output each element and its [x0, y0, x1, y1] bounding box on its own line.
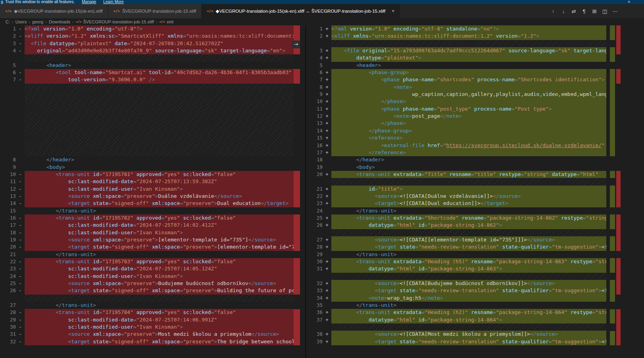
code-text[interactable]: <xliff version="1.2" xmlns:sc="SmartcatX… [25, 33, 294, 40]
code-line[interactable]: 13+ </phase> [306, 120, 606, 127]
open-file-icon[interactable]: ⊞ [590, 7, 599, 15]
code-line[interactable]: 10- <trans-unit id="17195781" approved="… [0, 171, 294, 178]
tab-close-icon[interactable]: × [392, 8, 394, 14]
code-text[interactable]: <file original="15-a703d00763a4dc7adf0cc… [331, 47, 606, 54]
breadcrumb-item[interactable]: C: [6, 19, 10, 24]
original-overview-ruler[interactable] [294, 25, 300, 358]
code-line[interactable]: 22- <trans-unit id="17195783" approved="… [0, 258, 294, 265]
code-text[interactable]: original="ad43d00e9e82b3f74e80fa70_9" so… [25, 47, 294, 54]
code-line[interactable]: 5 <header> [306, 62, 606, 69]
breadcrumb-item[interactable]: georg [32, 19, 43, 24]
code-text[interactable]: <tool tool-name="Smartcat.ai" tool-id="4… [25, 69, 294, 76]
code-line[interactable]: 27 </trans-unit> [0, 302, 294, 309]
code-text[interactable]: <trans-unit extradata="Heading (h2)" res… [331, 309, 606, 316]
code-text[interactable]: wp_caption,caption,gallery,playlist,audi… [331, 91, 606, 98]
code-line[interactable]: 38+ <source><![CDATA[Most medzi školou a… [306, 331, 606, 338]
learn-more-link[interactable]: Learn More [103, 0, 123, 4]
breadcrumb-item[interactable]: Users [15, 19, 27, 24]
code-text[interactable]: </phase> [331, 98, 606, 105]
code-text[interactable]: sc:last-modified-date="2024-07-25T07:14:… [25, 265, 294, 272]
tab-2[interactable]: </>ŠVECGROUP-translation-job-15.xliff [108, 4, 202, 18]
code-line[interactable]: 3+ <file original="15-a703d00763a4dc7adf… [306, 47, 606, 54]
code-text[interactable]: <source xml:space="preserve">Most medzi … [25, 331, 294, 338]
code-line[interactable]: 9 <body> [0, 164, 294, 171]
code-text[interactable]: <phase phase-name="post_type" process-na… [331, 105, 606, 113]
code-text[interactable]: <target state="signed-off" xml:space="pr… [25, 200, 294, 207]
code-text[interactable]: sc:last-modified-date="2024-07-25T07:14:… [25, 222, 294, 229]
code-line[interactable]: 11- sc:last-modified-date="2024-07-25T07… [0, 178, 294, 185]
code-text[interactable]: datatype="html" id="package-string-14-86… [331, 222, 606, 229]
code-line[interactable]: 5 <header> [0, 62, 294, 69]
code-text[interactable]: sc:last-modified-date="2024-07-25T07:14:… [25, 316, 294, 324]
code-line[interactable]: 6- <tool tool-name="Smartcat.ai" tool-id… [0, 69, 294, 76]
code-text[interactable]: <trans-unit extradata="Shortcode" resnam… [331, 214, 606, 222]
code-text[interactable]: <trans-unit id="17195781" approved="yes"… [25, 171, 294, 178]
code-line[interactable]: 21+ id="title"> [306, 186, 606, 193]
code-text[interactable]: <note>post_page</note> [331, 113, 606, 120]
code-text[interactable]: <body> [25, 164, 294, 171]
code-line[interactable]: 22+ <source><![CDATA[Duálne vzdelávanie]… [306, 193, 606, 200]
code-line[interactable]: 18 </header> [306, 156, 606, 163]
split-editor-icon[interactable]: ◫ [600, 7, 609, 15]
code-line[interactable]: 30+ <trans-unit extradata="Heading (h5)"… [306, 258, 606, 265]
tab-1[interactable]: </>◆VECGROUP-translation-job-15(sk-en).x… [0, 4, 108, 18]
code-line[interactable]: 25- <source xml:space="preserve">Budujem… [0, 280, 294, 287]
code-line[interactable]: 4- original="ad43d00e9e82b3f74e80fa70_9"… [0, 47, 294, 54]
code-text[interactable]: </trans-unit> [25, 251, 294, 258]
code-line[interactable]: 24 </trans-unit> [306, 207, 606, 214]
code-line[interactable]: 15+ <reference> [306, 134, 606, 142]
code-text[interactable]: <target state="signed-off" xml:space="pr… [25, 287, 294, 294]
swap-diff-sides-icon[interactable]: ⇄ [569, 7, 578, 15]
code-text[interactable]: <trans-unit id="17195784" approved="yes"… [25, 309, 294, 316]
code-text[interactable]: sc:last-modified-user="Ivan Kinsman"> [25, 324, 294, 331]
code-text[interactable]: <source xml:space="preserve">Duálne vzde… [25, 193, 294, 200]
code-line[interactable]: 21 </trans-unit> [0, 251, 294, 258]
code-text[interactable]: <trans-unit id="17195782" approved="yes"… [25, 214, 294, 222]
code-text[interactable]: <header> [331, 62, 606, 69]
code-line[interactable]: 2+<xliff xmlns="urn:oasis:names:tc:xliff… [306, 33, 606, 40]
code-text[interactable]: </header> [25, 156, 294, 163]
code-line[interactable]: 7- tool-version="9.3696.0.0" /> [0, 76, 294, 83]
modified-overview-ruler-added[interactable] [610, 25, 615, 358]
code-line[interactable]: 16- <trans-unit id="17195782" approved="… [0, 214, 294, 222]
code-text[interactable]: <reference> [331, 134, 606, 142]
code-text[interactable]: sc:last-modified-user="Ivan Kinsman"> [25, 273, 294, 280]
code-text[interactable]: datatype="html" id="package-string-14-86… [331, 265, 606, 272]
code-line[interactable]: 4+ datatype="plaintext"> [306, 54, 606, 61]
code-line[interactable]: 35 </trans-unit> [306, 302, 606, 309]
code-text[interactable]: </trans-unit> [331, 302, 606, 309]
code-line[interactable]: 11+ <phase phase-name="post_type" proces… [306, 105, 606, 113]
code-line[interactable]: 7+ <phase phase-name="shortcodes" proces… [306, 76, 606, 83]
code-text[interactable]: <target state="needs-review-translation"… [331, 338, 606, 345]
code-text[interactable]: <source xml:space="preserve">[elementor-… [25, 236, 294, 243]
code-line[interactable]: 31- <source xml:space="preserve">Most me… [0, 331, 294, 338]
code-line[interactable]: 2-<xliff version="1.2" xmlns:sc="Smartca… [0, 33, 294, 40]
code-line[interactable]: 15 </trans-unit> [0, 207, 294, 214]
breadcrumb-item[interactable]: </>xml [159, 19, 173, 24]
code-line[interactable]: 32+ <source><![CDATA[Budujeme budúcnosť … [306, 280, 606, 287]
breadcrumb-item[interactable]: </>ŠVECGROUP-translation-job-15.xliff [76, 19, 154, 24]
code-line[interactable]: 18- sc:last-modified-user="Ivan Kinsman"… [0, 229, 294, 236]
code-line[interactable]: 14- <target state="signed-off" xml:space… [0, 200, 294, 207]
code-text[interactable]: </phase-group> [331, 127, 606, 134]
show-whitespace-icon[interactable]: ¶ [580, 7, 588, 15]
code-line[interactable]: 28- <trans-unit id="17195784" approved="… [0, 309, 294, 316]
code-line[interactable]: 13- <source xml:space="preserve">Duálne … [0, 193, 294, 200]
code-line[interactable]: 33+ <target state="needs-review-translat… [306, 287, 606, 294]
code-line[interactable]: 37+ datatype="html" id="package-string-1… [306, 316, 606, 324]
code-line[interactable]: 6+ <phase-group> [306, 69, 606, 76]
code-text[interactable]: <?xml version="1.0" encoding="utf-8" sta… [331, 25, 606, 33]
code-text[interactable]: <phase-group> [331, 69, 606, 76]
code-text[interactable]: <source><![CDATA[[elementor-template id=… [331, 236, 606, 243]
code-line[interactable]: 23+ <target><![CDATA[Dual education]]></… [306, 200, 606, 207]
code-text[interactable]: <source><![CDATA[Budujeme budúcnosť odbo… [331, 280, 606, 287]
code-line[interactable]: 8+ <note> [306, 84, 606, 91]
code-line[interactable]: 29 </trans-unit> [306, 251, 606, 258]
code-line[interactable]: 29- sc:last-modified-date="2024-07-25T07… [0, 316, 294, 324]
code-line[interactable]: 9+ wp_caption,caption,gallery,playlist,a… [306, 91, 606, 98]
tab-3[interactable]: </>◆VECGROUP-translation-job-15(sk-en).x… [202, 4, 400, 18]
next-change-icon[interactable]: ↓ [559, 7, 568, 15]
code-text[interactable]: <target state="needs-review-translation"… [331, 243, 606, 251]
code-text[interactable]: <trans-unit id="17195783" approved="yes"… [25, 258, 294, 265]
more-actions-icon[interactable]: ⋯ [611, 7, 619, 15]
